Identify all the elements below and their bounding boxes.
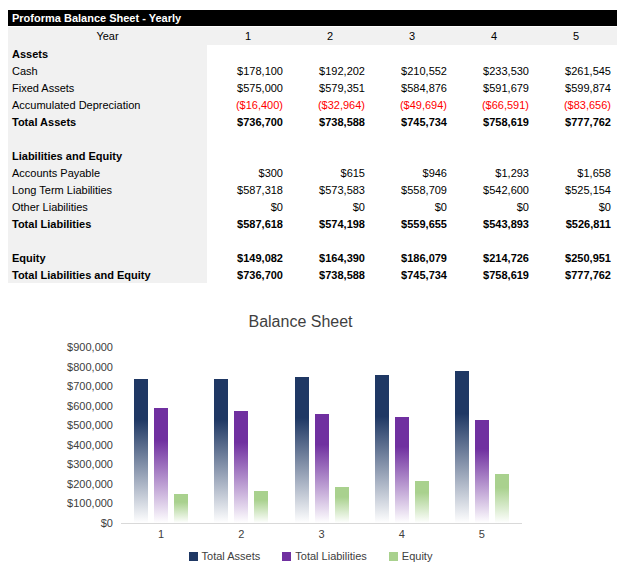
row-label[interactable]: Fixed Assets (8, 79, 207, 96)
value-cell[interactable] (453, 130, 535, 147)
row-label[interactable]: Total Liabilities (8, 215, 207, 232)
table-row (8, 232, 617, 249)
value-cell[interactable]: $736,700 (207, 266, 289, 283)
year-column-header[interactable]: 1 (207, 27, 289, 45)
row-label[interactable]: Assets (8, 45, 207, 62)
value-cell[interactable] (289, 45, 371, 62)
value-cell[interactable]: $300 (207, 164, 289, 181)
value-cell[interactable]: $0 (453, 198, 535, 215)
value-cell[interactable] (289, 232, 371, 249)
value-cell[interactable]: $579,351 (289, 79, 371, 96)
value-cell[interactable]: $758,619 (453, 266, 535, 283)
value-cell[interactable]: $587,618 (207, 215, 289, 232)
plot-area (121, 347, 522, 524)
value-cell[interactable]: $745,734 (371, 113, 453, 130)
value-cell[interactable]: $736,700 (207, 113, 289, 130)
value-cell[interactable]: ($32,964) (289, 96, 371, 113)
value-cell[interactable]: $591,679 (453, 79, 535, 96)
value-cell[interactable] (535, 232, 617, 249)
row-label[interactable]: Total Liabilities and Equity (8, 266, 207, 283)
value-cell[interactable]: $738,588 (289, 113, 371, 130)
value-cell[interactable]: $777,762 (535, 113, 617, 130)
row-label[interactable]: Equity (8, 249, 207, 266)
value-cell[interactable]: $261,545 (535, 62, 617, 79)
value-cell[interactable] (535, 45, 617, 62)
value-cell[interactable]: $178,100 (207, 62, 289, 79)
value-cell[interactable]: $758,619 (453, 113, 535, 130)
row-label[interactable] (8, 130, 207, 147)
value-cell[interactable]: $574,198 (289, 215, 371, 232)
value-cell[interactable]: ($16,400) (207, 96, 289, 113)
value-cell[interactable]: ($83,656) (535, 96, 617, 113)
row-label[interactable]: Long Term Liabilities (8, 181, 207, 198)
value-cell[interactable] (207, 130, 289, 147)
value-cell[interactable] (371, 232, 453, 249)
value-cell[interactable] (371, 45, 453, 62)
value-cell[interactable]: $558,709 (371, 181, 453, 198)
value-cell[interactable]: $1,293 (453, 164, 535, 181)
value-cell[interactable]: $149,082 (207, 249, 289, 266)
value-cell[interactable]: $0 (371, 198, 453, 215)
value-cell[interactable] (453, 45, 535, 62)
value-cell[interactable]: $615 (289, 164, 371, 181)
value-cell[interactable]: $584,876 (371, 79, 453, 96)
value-cell[interactable] (207, 232, 289, 249)
y-axis-tick-label: $200,000 (67, 478, 113, 490)
value-cell[interactable]: $250,951 (535, 249, 617, 266)
row-label[interactable]: Accumulated Depreciation (8, 96, 207, 113)
value-cell[interactable]: $186,079 (371, 249, 453, 266)
year-column-header[interactable]: 4 (453, 27, 535, 45)
value-cell[interactable]: $0 (535, 198, 617, 215)
value-cell[interactable]: $0 (207, 198, 289, 215)
row-label[interactable] (8, 232, 207, 249)
value-cell[interactable]: $543,893 (453, 215, 535, 232)
value-cell[interactable]: $777,762 (535, 266, 617, 283)
value-cell[interactable]: $1,658 (535, 164, 617, 181)
value-cell[interactable]: $573,583 (289, 181, 371, 198)
value-cell[interactable] (453, 147, 535, 164)
value-cell[interactable] (535, 130, 617, 147)
value-cell[interactable]: $192,202 (289, 62, 371, 79)
value-cell[interactable] (207, 45, 289, 62)
value-cell[interactable]: $542,600 (453, 181, 535, 198)
value-cell[interactable]: $745,734 (371, 266, 453, 283)
row-label[interactable]: Cash (8, 62, 207, 79)
value-cell[interactable]: $233,530 (453, 62, 535, 79)
value-cell[interactable]: $210,552 (371, 62, 453, 79)
value-cell[interactable]: $164,390 (289, 249, 371, 266)
row-label[interactable]: Liabilities and Equity (8, 147, 207, 164)
value-cell[interactable]: $575,000 (207, 79, 289, 96)
value-cell[interactable]: $599,874 (535, 79, 617, 96)
value-cell[interactable] (289, 147, 371, 164)
row-label[interactable]: Other Liabilities (8, 198, 207, 215)
value-cell[interactable] (371, 130, 453, 147)
year-column-header[interactable]: 5 (535, 27, 617, 45)
table-row: Long Term Liabilities$587,318$573,583$55… (8, 181, 617, 198)
value-cell[interactable]: $214,726 (453, 249, 535, 266)
row-label[interactable]: Accounts Payable (8, 164, 207, 181)
value-cell[interactable] (371, 147, 453, 164)
value-cell[interactable]: $559,655 (371, 215, 453, 232)
year-column-header[interactable]: 2 (289, 27, 371, 45)
row-label[interactable]: Total Assets (8, 113, 207, 130)
value-cell[interactable]: $0 (289, 198, 371, 215)
value-cell[interactable] (535, 147, 617, 164)
y-axis-tick-label: $700,000 (67, 380, 113, 392)
value-cell[interactable]: ($66,591) (453, 96, 535, 113)
value-cell[interactable]: $587,318 (207, 181, 289, 198)
equity-bar (335, 487, 349, 523)
value-cell[interactable]: $738,588 (289, 266, 371, 283)
year-label[interactable]: Year (8, 27, 207, 45)
value-cell[interactable] (289, 130, 371, 147)
bar-group (281, 347, 361, 523)
value-cell[interactable]: $526,811 (535, 215, 617, 232)
year-column-header[interactable]: 3 (371, 27, 453, 45)
value-cell[interactable] (453, 232, 535, 249)
value-cell[interactable]: $525,154 (535, 181, 617, 198)
value-cell[interactable] (207, 147, 289, 164)
table-row (8, 130, 617, 147)
bar-group (121, 347, 201, 523)
value-cell[interactable]: $946 (371, 164, 453, 181)
value-cell[interactable]: ($49,694) (371, 96, 453, 113)
table-row: Total Liabilities$587,618$574,198$559,65… (8, 215, 617, 232)
